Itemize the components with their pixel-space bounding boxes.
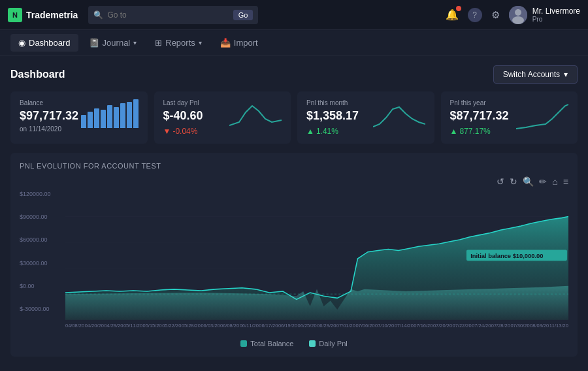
bar-6 [114, 107, 119, 128]
pnl-month-change: ▲ 1.41% [306, 127, 359, 136]
user-details: Mr. Livermore Pro [532, 7, 580, 23]
x-label-6: 05/22/20 [162, 323, 181, 329]
home-icon[interactable]: ⌂ [552, 176, 557, 187]
y-axis: $120000.00 $90000.00 $60000.00 $30000.00… [20, 191, 65, 315]
nav-journal[interactable]: 📓 Journal ▾ [81, 34, 145, 52]
settings-icon[interactable]: ⚙ [491, 9, 500, 21]
nav-import[interactable]: 📥 Import [212, 34, 266, 52]
legend-daily-pnl-label: Daily Pnl [319, 340, 347, 347]
bar-3 [94, 108, 99, 128]
up-arrow-month-icon: ▲ [306, 127, 314, 136]
journal-chevron-icon: ▾ [133, 39, 137, 46]
chart-legend: Total Balance Daily Pnl [20, 340, 568, 347]
pnl-month-chart [373, 99, 425, 132]
menu-icon[interactable]: ≡ [563, 176, 568, 187]
nav-dashboard[interactable]: ◉ Dashboard [10, 34, 78, 52]
sub-nav: ◉ Dashboard 📓 Journal ▾ ⊞ Reports ▾ 📥 Im… [0, 30, 588, 56]
bar-4 [101, 110, 106, 128]
legend-total-balance: Total Balance [240, 340, 293, 347]
pnl-chart-section: PNL EVOLUTION FOR ACCOUNT TEST ↺ ↻ 🔍 ✏ ⌂… [10, 153, 578, 357]
zoom-reset-icon[interactable]: ↺ [497, 176, 504, 187]
nav-reports[interactable]: ⊞ Reports ▾ [147, 34, 210, 52]
user-info[interactable]: Mr. Livermore Pro [509, 6, 580, 24]
legend-daily-pnl: Daily Pnl [309, 340, 347, 347]
switch-accounts-chevron-icon: ▾ [564, 70, 568, 79]
nav-journal-label: Journal [103, 38, 131, 48]
up-arrow-year-icon: ▲ [450, 127, 458, 136]
bar-7 [120, 103, 125, 128]
x-label-8: 06/03/20 [201, 323, 220, 329]
user-role: Pro [532, 16, 580, 23]
bar-1 [81, 115, 86, 128]
last-day-pnl-info: Last day Pnl $-40.60 ▼ -0.04% [163, 99, 203, 136]
x-label-9: 06/08/20 [220, 323, 239, 329]
nav-icons: 🔔 ? ⚙ Mr. Livermore Pro [446, 6, 580, 24]
y-label-30k: $30000.00 [20, 260, 65, 266]
balance-value: $97,717.32 [20, 109, 78, 123]
logo: N Trademetria [8, 8, 78, 22]
balance-card: Balance $97,717.32 on 11/14/2020 [10, 91, 148, 144]
zoom-glass-icon[interactable]: 🔍 [523, 176, 534, 187]
x-label-12: 06/19/20 [278, 323, 297, 329]
pan-icon[interactable]: ✏ [539, 176, 547, 187]
bell-icon[interactable]: 🔔 [446, 8, 459, 21]
main-content: Dashboard Switch Accounts ▾ Balance $97,… [0, 56, 588, 366]
x-label-16: 07/06/20 [355, 323, 374, 329]
y-label-neg30k: $-30000.00 [20, 306, 65, 312]
x-label-21: 07/22/20 [453, 323, 472, 329]
x-label-1: 04/08/20 [65, 323, 84, 329]
down-arrow-icon: ▼ [163, 127, 171, 136]
pnl-year-card: Pnl this year $87,717.32 ▲ 877.17% [441, 91, 578, 144]
switch-accounts-button[interactable]: Switch Accounts ▾ [493, 65, 578, 84]
search-go-button[interactable]: Go [233, 10, 253, 20]
chart-toolbar: ↺ ↻ 🔍 ✏ ⌂ ≡ [20, 176, 568, 187]
reports-chevron-icon: ▾ [199, 39, 202, 46]
help-icon[interactable]: ? [468, 8, 482, 22]
last-day-pnl-label: Last day Pnl [163, 99, 203, 106]
x-label-19: 07/16/20 [414, 323, 433, 329]
pnl-month-label: Pnl this month [306, 99, 359, 106]
y-label-0: $0.00 [20, 283, 65, 289]
pnl-month-card: Pnl this month $1,358.17 ▲ 1.41% [297, 91, 434, 144]
zoom-in-icon[interactable]: ↻ [510, 176, 517, 187]
x-label-10: 06/11/20 [240, 323, 259, 329]
reports-icon: ⊞ [155, 38, 162, 48]
main-chart-svg: Initial balance $10,000.00 [65, 191, 568, 320]
pnl-year-change: ▲ 877.17% [450, 127, 509, 136]
dashboard-icon: ◉ [18, 38, 25, 48]
search-bar: 🔍 Go [88, 6, 258, 24]
x-label-20: 07/20/20 [433, 323, 452, 329]
page-header: Dashboard Switch Accounts ▾ [10, 65, 578, 84]
x-label-15: 07/01/20 [336, 323, 355, 329]
pnl-year-pct: 877.17% [459, 127, 490, 136]
switch-accounts-label: Switch Accounts [503, 70, 560, 79]
y-label-90k: $90000.00 [20, 214, 65, 220]
x-label-13: 06/25/20 [298, 323, 317, 329]
pnl-year-info: Pnl this year $87,717.32 ▲ 877.17% [450, 99, 509, 136]
x-label-2: 04/20/20 [85, 323, 104, 329]
pnl-chart-title: PNL EVOLUTION FOR ACCOUNT TEST [20, 162, 568, 170]
svg-point-2 [512, 16, 524, 24]
search-icon: 🔍 [93, 10, 103, 20]
pnl-month-info: Pnl this month $1,358.17 ▲ 1.41% [306, 99, 359, 136]
search-input[interactable] [107, 10, 229, 20]
balance-bar-chart [81, 99, 139, 128]
nav-reports-label: Reports [165, 38, 195, 48]
x-axis: 04/08/20 04/20/20 04/29/20 05/11/20 05/1… [65, 316, 568, 334]
balance-date: on 11/14/2020 [20, 125, 78, 133]
nav-import-label: Import [234, 38, 258, 48]
x-label-4: 05/11/20 [123, 323, 142, 329]
user-name: Mr. Livermore [532, 7, 580, 16]
pnl-year-label: Pnl this year [450, 99, 509, 106]
legend-daily-pnl-dot [309, 340, 316, 347]
bar-9 [133, 99, 139, 128]
last-day-pnl-chart [229, 99, 282, 132]
import-icon: 📥 [220, 38, 231, 48]
x-label-17: 07/10/20 [375, 323, 394, 329]
x-label-11: 06/17/20 [259, 323, 278, 329]
bell-badge [456, 6, 461, 11]
stats-row: Balance $97,717.32 on 11/14/2020 Last da… [10, 91, 578, 144]
y-label-60k: $60000.00 [20, 236, 65, 243]
balance-label: Balance [20, 99, 78, 106]
journal-icon: 📓 [89, 38, 99, 48]
